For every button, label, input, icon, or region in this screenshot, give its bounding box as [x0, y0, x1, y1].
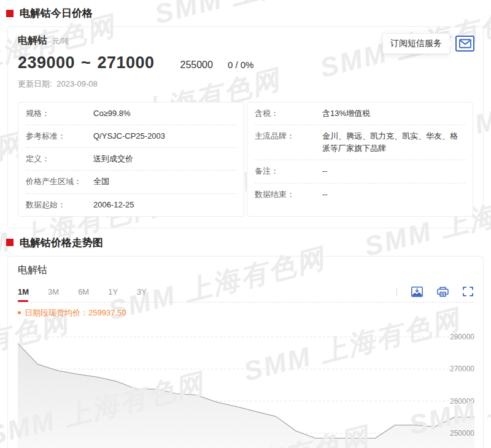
- update-line: 更新日期: 2023-09-08: [18, 79, 473, 90]
- chart-title: 电解钴: [18, 264, 473, 277]
- info-label: 数据起始：: [26, 199, 93, 211]
- price-average: 255000: [180, 60, 213, 71]
- tab-3y[interactable]: 3Y: [137, 287, 147, 302]
- info-value: --: [322, 165, 465, 177]
- tab-3m[interactable]: 3M: [48, 287, 59, 302]
- updated-label: 更新日期:: [18, 79, 52, 88]
- tabs-row: 1M3M6M1Y3Y: [18, 287, 473, 302]
- legend-label: 日期段现货均价：: [25, 308, 88, 317]
- trend-card: 电解钴 1M3M6M1Y3Y: [7, 256, 484, 448]
- section-heading-today: 电解钴今日价格: [6, 0, 485, 26]
- info-row: 参考标准：Q/YSJC-CP25-2003: [26, 125, 236, 147]
- product-unit: 元/吨: [52, 36, 69, 47]
- info-value: 送到成交价: [93, 153, 236, 165]
- info-label: 定义：: [26, 153, 93, 165]
- info-row: 备注：--: [255, 160, 465, 182]
- price-card: 电解钴 元/吨 订阅短信服务 239000~271000 255000 0 / …: [7, 26, 484, 228]
- product-name: 电解钴: [18, 34, 47, 47]
- price-trend-chart[interactable]: 2400002500002600002700002800002023/08/08…: [18, 321, 473, 448]
- save-image-icon: [411, 287, 423, 297]
- info-tables: 规格：Co≥99.8%参考标准：Q/YSJC-CP25-2003定义：送到成交价…: [18, 102, 473, 217]
- tab-1y[interactable]: 1Y: [108, 287, 118, 302]
- print-button[interactable]: [437, 287, 449, 297]
- svg-text:280000: 280000: [450, 333, 474, 341]
- info-row: 数据起始：2006-12-25: [26, 193, 236, 216]
- chart-toolbar: [396, 287, 473, 302]
- info-value: 2006-12-25: [93, 199, 236, 211]
- info-row: 主流品牌：金川、腾远、凯力克、凯实、华友、格派等厂家旗下品牌: [255, 125, 465, 160]
- chart-legend: 日期段现货均价：259937.50: [18, 303, 473, 320]
- price-high: 271000: [97, 53, 154, 72]
- envelope-icon: [459, 39, 471, 48]
- save-image-button[interactable]: [411, 287, 423, 297]
- tab-1m[interactable]: 1M: [18, 287, 29, 302]
- info-value: 全国: [93, 176, 236, 188]
- section-title-trend: 电解钴价格走势图: [20, 236, 103, 250]
- info-label: 数据结束：: [255, 188, 322, 201]
- info-row: 价格产生区域：全国: [26, 170, 236, 193]
- print-icon: [437, 287, 449, 297]
- info-label: 含税：: [255, 107, 322, 120]
- info-row: 定义：送到成交价: [26, 147, 236, 170]
- price-range: 239000~271000: [18, 53, 155, 72]
- svg-text:270000: 270000: [450, 365, 474, 373]
- info-label: 规格：: [26, 107, 93, 120]
- legend-dot-icon: [18, 311, 21, 314]
- info-table-left: 规格：Co≥99.8%参考标准：Q/YSJC-CP25-2003定义：送到成交价…: [18, 102, 244, 217]
- info-row: 含税：含13%增值税: [255, 102, 465, 125]
- info-row: 规格：Co≥99.8%: [26, 102, 236, 125]
- info-row: 数据结束：--: [255, 183, 465, 206]
- legend-value: 259937.50: [88, 308, 126, 317]
- info-value: Co≥99.8%: [93, 107, 236, 120]
- section-title-today: 电解钴今日价格: [20, 6, 93, 20]
- info-label: 价格产生区域：: [26, 176, 93, 188]
- legend-text: 日期段现货均价：259937.50: [25, 307, 126, 319]
- info-value: 含13%增值税: [322, 107, 465, 120]
- info-value: Q/YSJC-CP25-2003: [93, 130, 236, 142]
- info-value: --: [322, 188, 465, 201]
- price-low: 239000: [18, 53, 75, 72]
- info-label: 备注：: [255, 165, 322, 177]
- subscribe-tooltip[interactable]: 订阅短信服务: [382, 33, 450, 54]
- fullscreen-icon: [463, 287, 473, 296]
- fullscreen-button[interactable]: [463, 287, 473, 296]
- info-label: 主流品牌：: [255, 130, 322, 155]
- price-separator: ~: [81, 53, 91, 72]
- subscribe-mail-button[interactable]: [455, 36, 474, 52]
- info-label: 参考标准：: [26, 130, 93, 142]
- price-change: 0 / 0%: [228, 60, 254, 70]
- updated-date: 2023-09-08: [56, 79, 98, 88]
- section-heading-trend: 电解钴价格走势图: [6, 228, 485, 256]
- tab-6m[interactable]: 6M: [78, 287, 89, 302]
- toolbar-divider: [396, 287, 397, 296]
- red-square-bullet-icon: [6, 10, 14, 17]
- svg-text:250000: 250000: [450, 429, 474, 438]
- red-square-bullet-icon: [6, 239, 14, 246]
- info-table-right: 含税：含13%增值税主流品牌：金川、腾远、凯力克、凯实、华友、格派等厂家旗下品牌…: [247, 102, 473, 217]
- info-value: 金川、腾远、凯力克、凯实、华友、格派等厂家旗下品牌: [322, 130, 465, 155]
- subscribe-area: 订阅短信服务: [382, 33, 474, 54]
- range-tabs: 1M3M6M1Y3Y: [18, 287, 166, 302]
- svg-text:260000: 260000: [450, 396, 474, 405]
